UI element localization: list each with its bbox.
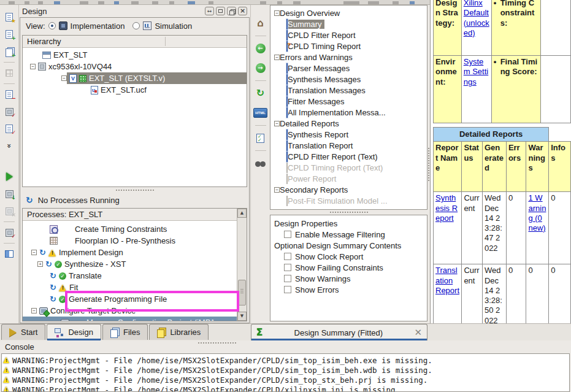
processes-scrollbar[interactable]: ▲ ▼: [237, 209, 247, 321]
tab-libraries[interactable]: Libraries: [149, 324, 209, 340]
summary-value-link[interactable]: System Settings: [464, 57, 488, 86]
overview-item[interactable]: Power Report: [270, 173, 427, 184]
run-process-icon[interactable]: [2, 170, 17, 183]
add-source-icon[interactable]: +: [2, 28, 17, 41]
tab-start[interactable]: Start: [1, 324, 45, 340]
summary-value-link[interactable]: Xilinx Default (unlocked): [464, 0, 489, 37]
back-icon[interactable]: ←: [253, 41, 268, 56]
report-link[interactable]: Synthesis Report: [435, 193, 458, 223]
hierarchy-item[interactable]: EXT_SLT.ucf: [23, 84, 247, 96]
process-item[interactable]: Create Timing Constraints: [23, 223, 237, 235]
checkbox[interactable]: [284, 264, 291, 271]
close-tab-icon[interactable]: ✕: [414, 328, 422, 337]
tree-expander-icon[interactable]: −: [274, 121, 280, 126]
overview-item[interactable]: Post-Fit Simulation Model ...: [270, 195, 427, 206]
user-constraints-icon[interactable]: ✓: [2, 122, 17, 136]
process-item[interactable]: −Configure Target Device: [23, 305, 237, 317]
report-row: Translation ReportCurrentWed Dec 14 23:2…: [434, 264, 571, 323]
process-item[interactable]: Manage Configuration Project (iMPA...: [23, 317, 237, 321]
overview-item[interactable]: CPLD Fitter Report (Text): [270, 151, 427, 162]
new-source-icon[interactable]: ★: [2, 10, 17, 24]
process-item[interactable]: +↻✓Synthesize - XST: [23, 258, 237, 270]
warning-icon: [3, 367, 10, 373]
overview-group[interactable]: −Detailed Reports: [270, 118, 427, 129]
hierarchy-item[interactable]: EXT_SLT: [23, 49, 247, 61]
checkbox[interactable]: [284, 253, 291, 260]
restore-panel-button[interactable]: [227, 7, 236, 15]
view-columns-icon[interactable]: [2, 247, 17, 261]
tab-design[interactable]: Design: [47, 324, 101, 340]
refresh-icon[interactable]: ↻: [253, 86, 268, 101]
view-radio-simulation[interactable]: [132, 22, 140, 29]
tree-expander-icon[interactable]: +: [37, 261, 43, 267]
overview-item[interactable]: Translation Report: [270, 140, 427, 151]
home-icon[interactable]: ⌂: [253, 16, 268, 31]
remove-source-icon[interactable]: −: [2, 88, 17, 101]
forward-icon[interactable]: →: [253, 61, 268, 75]
close-panel-button[interactable]: [238, 7, 247, 15]
bullet-icon: •: [494, 57, 500, 77]
panel-splitter[interactable]: [22, 188, 247, 192]
report-cell: 0: [506, 264, 526, 323]
report-link[interactable]: Translation Report: [435, 266, 459, 295]
scroll-up-icon[interactable]: ▲: [237, 209, 247, 218]
process-item[interactable]: ↻✓Generate Programming File: [23, 293, 237, 305]
find-icon[interactable]: [253, 156, 268, 171]
overview-group-label: Design Overview: [280, 9, 342, 18]
process-item[interactable]: −↻Implement Design: [23, 247, 237, 258]
rerun-all-icon[interactable]: ✓: [2, 226, 17, 239]
overview-item[interactable]: CPLD Fitter Report: [270, 29, 427, 40]
scroll-down-icon[interactable]: ▼: [237, 312, 247, 321]
success-check-icon: ✓: [55, 261, 62, 268]
tab-design-summary[interactable]: Σ Design Summary (Fitted) ✕: [251, 324, 427, 340]
console-output[interactable]: WARNING:ProjectMgmt - File /home/ise/MSX…: [1, 353, 570, 392]
design-panel-body: View: ImplementationSimulation Hierarchy…: [20, 17, 250, 323]
maximize-panel-button[interactable]: [216, 7, 225, 15]
hierarchy-header-label: Hierarchy: [27, 37, 61, 46]
overview-item[interactable]: Fitter Messages: [270, 96, 427, 107]
report-link[interactable]: 1 Warning (0 new): [528, 193, 546, 233]
hierarchy-item-label: EXT_SLT (EXTSLT.v): [89, 74, 167, 83]
tree-expander-icon[interactable]: −: [274, 10, 280, 16]
tree-expander-icon[interactable]: −: [274, 55, 280, 60]
console-splitter[interactable]: [197, 342, 237, 344]
process-item[interactable]: ↻✓Translate: [23, 270, 237, 282]
overview-group[interactable]: −Errors and Warnings: [270, 52, 427, 63]
overview-item[interactable]: Summary: [270, 18, 427, 29]
overview-item[interactable]: CPLD Timing Report (Text): [270, 162, 427, 173]
tree-expander-icon[interactable]: −: [61, 75, 67, 81]
add-copy-of-source-icon[interactable]: +: [2, 45, 17, 58]
checkbox[interactable]: [284, 275, 291, 282]
overview-item[interactable]: Synthesis Messages: [270, 74, 427, 85]
checkbox-label: Show Errors: [295, 285, 342, 294]
overview-group[interactable]: −Secondary Reports: [270, 184, 427, 195]
view-radio-implementation[interactable]: [48, 22, 56, 29]
overview-item[interactable]: All Implementation Messa...: [270, 107, 427, 118]
hierarchy-item[interactable]: −EXT_SLT (EXTSLT.v): [23, 72, 247, 84]
simulation-icon: [143, 21, 151, 30]
overview-item[interactable]: Synthesis Report: [270, 129, 427, 140]
tree-expander-icon[interactable]: −: [274, 187, 280, 193]
scrollbar-thumb[interactable]: [238, 280, 246, 306]
design-utilities-icon[interactable]: ✓: [2, 105, 17, 118]
html-report-icon[interactable]: HTML: [253, 106, 268, 120]
hierarchy-item[interactable]: −xc9536xl-10VQ44: [23, 61, 247, 72]
tree-expander-icon[interactable]: −: [31, 250, 37, 255]
overview-properties-splitter[interactable]: [270, 210, 427, 215]
rerun-process-icon[interactable]: ↓: [2, 187, 17, 201]
tab-files[interactable]: Files: [102, 324, 148, 340]
process-item[interactable]: ↻Fit: [23, 282, 237, 293]
report-list-icon[interactable]: [253, 131, 268, 145]
toolbar-overflow-chevron-icon[interactable]: »: [2, 139, 17, 153]
overview-group[interactable]: −Design Overview: [270, 7, 427, 18]
overview-item[interactable]: Parser Messages: [270, 63, 427, 74]
overview-item[interactable]: CPLD Timing Report: [270, 40, 427, 52]
detach-panel-button[interactable]: [205, 7, 214, 15]
checkbox[interactable]: [284, 286, 291, 293]
tree-expander-icon[interactable]: −: [31, 308, 37, 313]
overview-item[interactable]: Translation Messages: [270, 85, 427, 96]
tree-expander-icon[interactable]: −: [30, 64, 36, 69]
process-item[interactable]: Floorplan IO - Pre-Synthesis: [23, 235, 237, 247]
report-cell: 0: [549, 192, 571, 264]
checkbox[interactable]: [284, 231, 291, 238]
